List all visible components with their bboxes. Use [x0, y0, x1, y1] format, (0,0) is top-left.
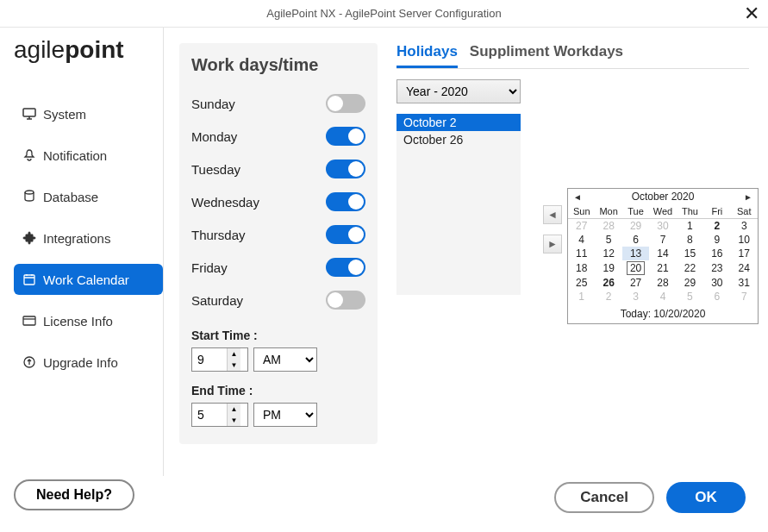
- calendar-next-button[interactable]: ►: [543, 235, 562, 253]
- spin-down-icon[interactable]: ▼: [228, 360, 240, 371]
- holiday-list[interactable]: October 2October 26: [396, 114, 521, 295]
- svg-point-1: [25, 191, 34, 194]
- spin-up-icon[interactable]: ▲: [228, 404, 240, 415]
- calendar-day[interactable]: 30: [649, 219, 676, 234]
- calendar-weekday-header: Thu: [677, 204, 703, 219]
- spin-up-icon[interactable]: ▲: [228, 348, 240, 360]
- calendar-day[interactable]: 7: [649, 233, 676, 247]
- need-help-button[interactable]: Need Help?: [14, 479, 134, 510]
- calendar-day[interactable]: 21: [649, 260, 676, 276]
- calendar-day[interactable]: 5: [677, 290, 703, 304]
- day-toggle-friday[interactable]: [326, 258, 365, 277]
- calendar-day[interactable]: 2: [703, 219, 730, 234]
- calendar-prev-button[interactable]: ◄: [543, 205, 562, 224]
- holiday-item[interactable]: October 2: [396, 114, 521, 131]
- calendar-day[interactable]: 14: [649, 247, 676, 260]
- calendar-day[interactable]: 8: [677, 233, 703, 247]
- day-toggle-wednesday[interactable]: [326, 192, 365, 211]
- calendar-day[interactable]: 15: [677, 247, 703, 260]
- calendar-day[interactable]: 29: [677, 276, 703, 290]
- calendar-day[interactable]: 1: [568, 290, 595, 304]
- end-hour-stepper[interactable]: ▲▼: [191, 403, 248, 427]
- database-icon: [22, 190, 36, 203]
- calendar: ◄ October 2020 ► SunMonTueWedThuFriSat27…: [567, 188, 759, 324]
- calendar-weekday-header: Tue: [622, 204, 649, 219]
- calendar-day[interactable]: 27: [568, 219, 595, 234]
- tab-holidays[interactable]: Holidays: [396, 43, 458, 68]
- day-toggle-monday[interactable]: [326, 127, 365, 146]
- calendar-weekday-header: Sun: [568, 204, 595, 219]
- close-icon[interactable]: ✕: [744, 3, 759, 25]
- calendar-day[interactable]: 1: [677, 219, 703, 234]
- ok-button[interactable]: OK: [666, 482, 746, 513]
- chevron-right-icon[interactable]: ►: [744, 192, 752, 202]
- start-hour-stepper[interactable]: ▲▼: [191, 347, 248, 372]
- sidebar-item-notification[interactable]: Notification: [14, 140, 163, 171]
- calendar-weekday-header: Mon: [595, 204, 621, 219]
- calendar-weekday-header: Sat: [731, 204, 758, 219]
- end-ampm-select[interactable]: PM: [253, 403, 317, 427]
- calendar-icon: [22, 272, 36, 286]
- title-bar: AgilePoint NX - AgilePoint Server Config…: [0, 0, 768, 28]
- calendar-day[interactable]: 2: [595, 290, 621, 304]
- calendar-today-link[interactable]: Today: 10/20/2020: [568, 304, 758, 323]
- calendar-day[interactable]: 3: [622, 290, 649, 304]
- holiday-item[interactable]: October 26: [396, 131, 521, 148]
- start-hour-input[interactable]: [192, 352, 227, 367]
- sidebar-item-system[interactable]: System: [14, 98, 163, 129]
- calendar-day[interactable]: 26: [595, 276, 621, 290]
- calendar-day[interactable]: 11: [568, 247, 595, 260]
- bell-icon: [22, 148, 36, 162]
- calendar-day[interactable]: 22: [677, 260, 703, 276]
- sidebar-item-integrations[interactable]: Integrations: [14, 222, 163, 253]
- day-toggle-tuesday[interactable]: [326, 160, 365, 178]
- calendar-day[interactable]: 20: [622, 260, 649, 276]
- calendar-day[interactable]: 6: [622, 233, 649, 247]
- calendar-day[interactable]: 4: [649, 290, 676, 304]
- calendar-day[interactable]: 17: [731, 247, 758, 260]
- calendar-day[interactable]: 31: [731, 276, 758, 290]
- calendar-day[interactable]: 27: [622, 276, 649, 290]
- calendar-day[interactable]: 30: [703, 276, 730, 290]
- workdays-title: Work days/time: [191, 55, 365, 75]
- calendar-day[interactable]: 28: [649, 276, 676, 290]
- day-toggle-saturday[interactable]: [326, 291, 365, 310]
- calendar-day[interactable]: 4: [568, 233, 595, 247]
- calendar-day[interactable]: 13: [622, 247, 649, 260]
- sidebar-item-work-calendar[interactable]: Work Calendar: [14, 264, 163, 295]
- calendar-day[interactable]: 3: [731, 219, 758, 234]
- calendar-day[interactable]: 7: [731, 290, 758, 304]
- start-ampm-select[interactable]: AM: [253, 347, 317, 372]
- day-label: Saturday: [191, 293, 243, 308]
- day-toggle-thursday[interactable]: [326, 225, 365, 244]
- calendar-day[interactable]: 6: [703, 290, 730, 304]
- calendar-day[interactable]: 18: [568, 260, 595, 276]
- window-title: AgilePoint NX - AgilePoint Server Config…: [266, 7, 501, 20]
- spin-down-icon[interactable]: ▼: [228, 415, 240, 426]
- sidebar-item-license-info[interactable]: License Info: [14, 305, 163, 336]
- calendar-day[interactable]: 16: [703, 247, 730, 260]
- calendar-day[interactable]: 10: [731, 233, 758, 247]
- tab-suppliment-workdays[interactable]: Suppliment Workdays: [470, 43, 623, 68]
- svg-rect-2: [24, 275, 34, 285]
- day-label: Sunday: [191, 97, 235, 111]
- calendar-day[interactable]: 19: [595, 260, 621, 276]
- calendar-day[interactable]: 9: [703, 233, 730, 247]
- calendar-day[interactable]: 5: [595, 233, 621, 247]
- end-hour-input[interactable]: [192, 407, 227, 422]
- calendar-day[interactable]: 29: [622, 219, 649, 234]
- sidebar-item-upgrade-info[interactable]: Upgrade Info: [14, 347, 163, 378]
- chevron-left-icon[interactable]: ◄: [573, 192, 582, 202]
- calendar-day[interactable]: 12: [595, 247, 621, 260]
- calendar-day[interactable]: 24: [731, 260, 758, 276]
- day-toggle-sunday[interactable]: [326, 94, 365, 113]
- sidebar-item-label: Integrations: [43, 231, 110, 246]
- sidebar-item-database[interactable]: Database: [14, 181, 163, 212]
- year-select[interactable]: Year - 2020: [396, 79, 521, 103]
- calendar-day[interactable]: 28: [595, 219, 621, 234]
- start-time-label: Start Time :: [191, 329, 365, 342]
- cancel-button[interactable]: Cancel: [554, 482, 654, 513]
- sidebar-item-label: License Info: [43, 314, 113, 329]
- calendar-day[interactable]: 25: [568, 276, 595, 290]
- calendar-day[interactable]: 23: [703, 260, 730, 276]
